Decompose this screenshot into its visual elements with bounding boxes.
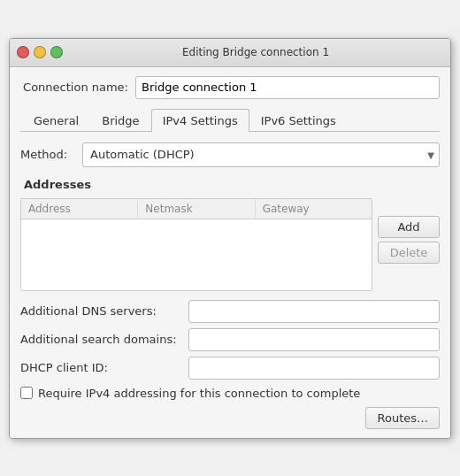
main-window: Editing Bridge connection 1 Connection n… — [9, 38, 451, 439]
tab-bridge[interactable]: Bridge — [90, 109, 150, 132]
method-label: Method: — [20, 148, 82, 161]
method-select[interactable]: Automatic (DHCP) Manual Link-Local Only … — [82, 142, 440, 167]
dhcp-row: DHCP client ID: — [20, 357, 440, 380]
method-select-wrapper: Automatic (DHCP) Manual Link-Local Only … — [82, 142, 440, 167]
titlebar: Editing Bridge connection 1 — [10, 39, 450, 67]
dns-domains-label: Additional search domains: — [20, 333, 188, 346]
connection-name-input[interactable] — [135, 76, 440, 99]
addresses-table: Address Netmask Gateway — [20, 198, 372, 291]
add-button[interactable]: Add — [378, 216, 440, 238]
dns-servers-input[interactable] — [188, 300, 440, 323]
dns-domains-input[interactable] — [188, 328, 440, 351]
addresses-with-buttons: Address Netmask Gateway Add Delete — [20, 195, 440, 291]
addresses-section: Addresses Address Netmask Gateway Add De… — [20, 178, 440, 291]
addresses-header: Address Netmask Gateway — [21, 199, 372, 219]
connection-name-row: Connection name: — [20, 76, 440, 99]
addr-buttons: Add Delete — [378, 195, 440, 264]
method-row: Method: Automatic (DHCP) Manual Link-Loc… — [20, 142, 440, 167]
tab-ipv6[interactable]: IPv6 Settings — [249, 109, 348, 132]
dns-domains-row: Additional search domains: — [20, 328, 440, 351]
close-button[interactable] — [17, 46, 29, 58]
address-col-header: Address — [21, 199, 138, 219]
routes-button[interactable]: Routes… — [365, 407, 440, 429]
tab-general[interactable]: General — [22, 109, 90, 132]
addresses-label: Addresses — [24, 178, 440, 191]
dhcp-input[interactable] — [188, 357, 440, 380]
window-controls — [17, 46, 63, 58]
dns-servers-label: Additional DNS servers: — [20, 304, 188, 318]
dhcp-label: DHCP client ID: — [20, 361, 188, 374]
window-title: Editing Bridge connection 1 — [68, 46, 443, 58]
checkbox-row: Require IPv4 addressing for this connect… — [20, 387, 440, 400]
delete-button[interactable]: Delete — [378, 242, 440, 264]
addresses-body[interactable] — [21, 219, 372, 290]
tab-ipv4[interactable]: IPv4 Settings — [151, 109, 249, 132]
content-area: Connection name: General Bridge IPv4 Set… — [10, 67, 450, 438]
dns-section: Additional DNS servers: Additional searc… — [20, 300, 440, 380]
require-ipv4-label: Require IPv4 addressing for this connect… — [38, 387, 360, 400]
connection-name-label: Connection name: — [20, 81, 135, 94]
minimize-button[interactable] — [34, 46, 46, 58]
addresses-left: Address Netmask Gateway — [20, 195, 372, 291]
netmask-col-header: Netmask — [138, 199, 255, 219]
gateway-col-header: Gateway — [256, 199, 372, 219]
tab-bar: General Bridge IPv4 Settings IPv6 Settin… — [20, 108, 440, 132]
require-ipv4-checkbox[interactable] — [20, 387, 33, 399]
bottom-row: Routes… — [20, 407, 440, 429]
dns-servers-row: Additional DNS servers: — [20, 300, 440, 323]
maximize-button[interactable] — [50, 46, 63, 58]
